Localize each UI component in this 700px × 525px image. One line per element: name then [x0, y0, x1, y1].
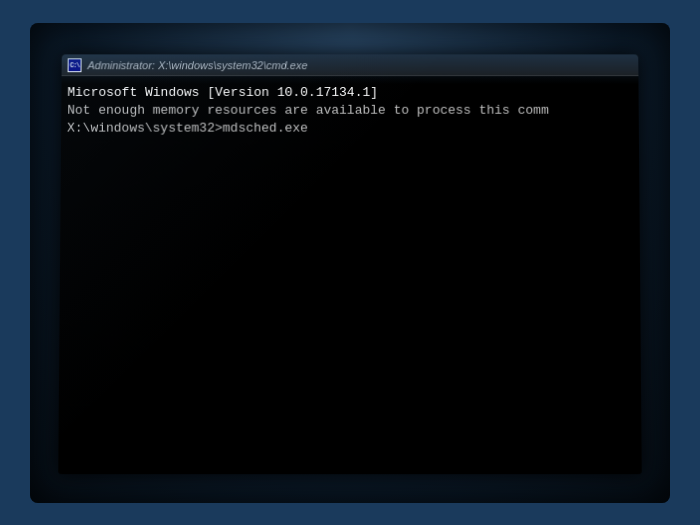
cmd-window-icon: C:\	[68, 57, 82, 71]
screen-area: C:\ Administrator: X:\windows\system32\c…	[58, 54, 642, 474]
cmd-icon-label: C:\	[68, 57, 82, 71]
version-line: Microsoft Windows [Version 10.0.17134.1]	[67, 84, 632, 102]
prompt-line: X:\windows\system32>mdsched.exe	[67, 120, 633, 138]
laptop-bezel: C:\ Administrator: X:\windows\system32\c…	[30, 23, 670, 503]
titlebar: C:\ Administrator: X:\windows\system32\c…	[62, 54, 639, 76]
error-line: Not enough memory resources are availabl…	[67, 102, 633, 120]
titlebar-text: Administrator: X:\windows\system32\cmd.e…	[87, 58, 307, 70]
cmd-body: Microsoft Windows [Version 10.0.17134.1]…	[58, 76, 642, 474]
